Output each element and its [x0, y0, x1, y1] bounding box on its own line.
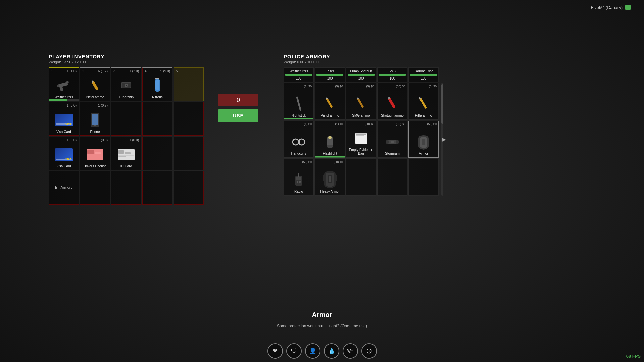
inv-slot-empty6[interactable]	[80, 171, 110, 205]
inv-slot-empty8[interactable]	[142, 171, 172, 205]
slot-name: Nightstick	[291, 114, 306, 117]
slot-image	[383, 133, 402, 151]
weapon-name: Pump Shotgun	[350, 69, 372, 73]
armory-slot-price: (50) $0	[396, 122, 405, 126]
armory-slot-handcuffs[interactable]: (1) $0 Handcuffs	[284, 121, 314, 158]
fivem-title: FiveM* (Canary)	[591, 5, 623, 10]
bottom-hud: ❤ 🛡 👤 💧 🍽 ⊙	[0, 343, 644, 359]
item-detail-name: Armor	[268, 311, 376, 319]
svg-rect-43	[355, 133, 367, 144]
weapon-taser[interactable]: Taser 100	[315, 67, 345, 82]
armory-slot-nightstick[interactable]: (1) $0 Nightstick	[284, 83, 314, 120]
slot-name: Visa Card	[56, 130, 71, 134]
slot-image	[86, 76, 104, 95]
slot-image	[290, 95, 308, 113]
player-inventory-title: PLAYER INVENTORY	[49, 54, 206, 59]
slot-count: 1 (1.0)	[67, 69, 77, 73]
inv-slot-empty7[interactable]	[111, 171, 141, 205]
inv-slot-empty3[interactable]	[174, 102, 204, 136]
armory-items-grid: (1) $0 Nightstick (5) $0	[284, 83, 439, 196]
svg-rect-1	[60, 87, 63, 91]
svg-rect-51	[391, 141, 394, 143]
weapon-pump-shotgun[interactable]: Pump Shotgun 100	[346, 67, 376, 82]
slot-image: VISA	[55, 145, 73, 164]
armory-slot-smg-ammo[interactable]: (5) $0 SMG ammo	[346, 83, 376, 120]
armory-slot-evidence-bag[interactable]: (50) $0 Empty Evidence Bag	[346, 121, 376, 158]
armory-slot-radio[interactable]: (50) $0 Radio	[284, 159, 314, 196]
inv-slot-empty9[interactable]	[174, 171, 204, 205]
player-inventory-panel: PLAYER INVENTORY Weight: 13.90 / 120.00 …	[49, 54, 206, 205]
svg-rect-50	[396, 140, 399, 144]
hud-heart-icon: ❤	[267, 343, 283, 359]
weapon-name: Walther P99	[290, 69, 308, 73]
inv-slot-visa1[interactable]: 1 (0.0) VISA Visa Card	[49, 102, 79, 136]
armory-slot-shotgun-ammo[interactable]: (50) $0 Shotgun ammo	[377, 83, 407, 120]
hud-water-icon: 💧	[324, 343, 339, 359]
inv-slot-empty5[interactable]	[174, 137, 204, 170]
armory-slot-price: (1) $0	[304, 85, 312, 88]
scrollbar-thumb	[441, 84, 443, 124]
hotbar-slot-5[interactable]: 5	[174, 67, 204, 101]
slot-image	[414, 95, 433, 113]
svg-rect-14	[92, 114, 98, 125]
svg-rect-44	[356, 134, 366, 135]
armory-slot-rifle-ammo[interactable]: (5) $0 Rifle ammo	[408, 83, 439, 120]
inv-slot-idcard[interactable]: 1 (0.0) ID Card	[111, 137, 141, 170]
armory-grid-container: (1) $0 Nightstick (5) $0	[284, 83, 439, 196]
inv-slot-visa2[interactable]: 1 (0.0) VISA Visa Card	[49, 137, 79, 170]
svg-rect-54	[296, 177, 301, 180]
svg-rect-18	[95, 151, 102, 151]
slot-count: 1 (0.0)	[129, 138, 139, 142]
hud-food-icon: 🍽	[343, 343, 358, 359]
inv-slot-empty1[interactable]	[111, 102, 141, 136]
hotbar-slot-2[interactable]: 2 6 (1.2) Pistol ammo	[80, 67, 110, 101]
slot-name: Handcuffs	[291, 152, 306, 155]
slot-name: SMG ammo	[352, 114, 370, 117]
e-armory-slot[interactable]: E - Armory	[49, 171, 79, 205]
scroll-arrow-right[interactable]: ▶	[442, 137, 446, 142]
fivem-label: FiveM* (Canary)	[591, 5, 631, 10]
weapon-walther[interactable]: Walther P99 100	[284, 67, 314, 82]
armory-slot-price: (50) $0	[364, 122, 374, 126]
slot-image	[55, 76, 73, 95]
use-button[interactable]: USE	[218, 109, 258, 122]
armory-slot-heavy-armor[interactable]: (50) $0 Heavy Armor	[315, 159, 345, 196]
svg-rect-26	[118, 155, 134, 156]
inv-slot-empty2[interactable]	[142, 102, 172, 136]
inv-slot-phone[interactable]: 1 (0.7) Phone	[80, 102, 110, 136]
svg-rect-25	[125, 153, 131, 154]
weapon-name: Taser	[326, 69, 334, 73]
hotbar-slot-1[interactable]: 1 1 (1.0) Walther P99	[49, 67, 79, 101]
inv-slot-empty4[interactable]	[142, 137, 172, 170]
armory-slot-stormram[interactable]: (50) $0 Stormram	[377, 121, 407, 158]
armory-slot-flashlight[interactable]: (1) $0 Flashlight	[315, 121, 345, 158]
e-armory-label: E - Armory	[55, 185, 72, 189]
action-count: 0	[218, 94, 258, 106]
slot-name: Visa Card	[56, 164, 71, 168]
slot-image	[86, 111, 104, 129]
slot-image	[352, 95, 370, 113]
armory-slot-price: (1) $0	[335, 122, 343, 126]
svg-rect-45	[356, 135, 364, 136]
slot-name: ID Card	[120, 164, 132, 168]
weapon-count: 100	[296, 76, 302, 80]
svg-point-9	[126, 85, 127, 86]
armory-slot-armor[interactable]: (50) $0 Armor	[408, 121, 439, 158]
online-indicator	[625, 5, 631, 10]
armory-slot-empty2[interactable]	[377, 159, 407, 196]
armory-slot-empty1[interactable]	[346, 159, 376, 196]
weapon-smg[interactable]: SMG 100	[377, 67, 407, 82]
slot-count: 1 (2.0)	[129, 69, 139, 73]
slot-image	[117, 76, 136, 95]
slot-name: Empty Evidence Bag	[346, 148, 376, 155]
slot-count: 1 (0.0)	[67, 104, 77, 107]
armory-slot-pistol-ammo[interactable]: (5) $0 Pistol ammo	[315, 83, 345, 120]
hotbar-slot-3[interactable]: 3 1 (2.0) Tunerchip	[111, 67, 141, 101]
svg-rect-20	[95, 153, 101, 154]
hotbar-slot-4[interactable]: 4 9 (9.0) Nitrous	[142, 67, 172, 101]
inv-slot-license[interactable]: 1 (0.0) Drivers License	[80, 137, 110, 170]
weapon-carbine[interactable]: Carbine Rifle 100	[408, 67, 439, 82]
weapon-bar	[348, 74, 375, 76]
armory-slot-empty3[interactable]	[408, 159, 439, 196]
svg-rect-19	[95, 152, 101, 153]
